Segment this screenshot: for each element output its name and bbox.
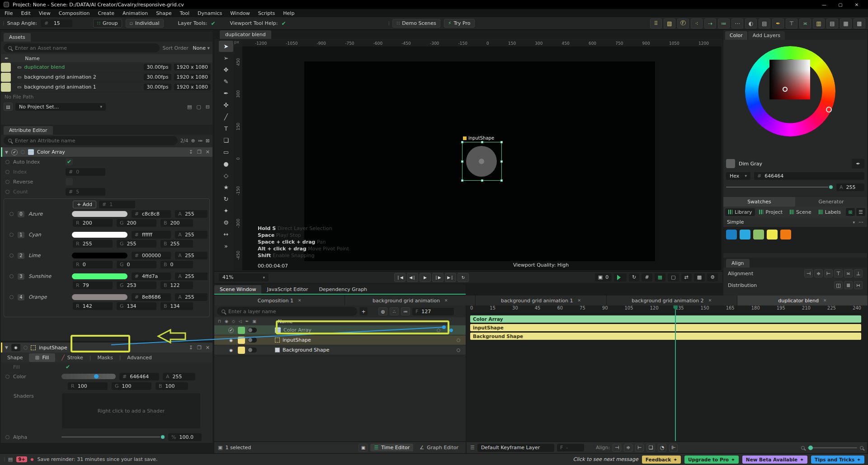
alpha-slider[interactable]	[726, 187, 833, 188]
blue-field[interactable]: B134	[160, 302, 193, 310]
dock-icon[interactable]: ▣	[359, 444, 368, 452]
alpha-field[interactable]: A255	[175, 210, 208, 218]
go-to-end-icon[interactable]: ▶❘	[445, 273, 456, 282]
camera-counter[interactable]: ▣ 0	[595, 273, 612, 282]
tl-align-left-icon[interactable]: ⊣	[613, 444, 621, 452]
camera-toggle[interactable]	[248, 328, 257, 333]
pen-tool[interactable]: ✒	[219, 88, 233, 99]
width-tool[interactable]: ↔	[219, 229, 233, 240]
transform-tool[interactable]: ❏	[219, 135, 233, 146]
asset-color-chip[interactable]	[1, 83, 11, 92]
fill-green-field[interactable]: G100	[112, 382, 151, 390]
color-name[interactable]: Cyan	[28, 232, 68, 238]
folder-icon[interactable]: ▤	[187, 104, 192, 110]
add-count-field[interactable]: #1	[99, 201, 135, 208]
layer-color-chip[interactable]	[238, 327, 245, 334]
distribute-grid-icon[interactable]: ∺	[854, 281, 863, 289]
columns-icon[interactable]: ▥	[813, 19, 825, 28]
color-swatch[interactable]	[72, 211, 127, 217]
labels-source[interactable]: Labels	[816, 208, 844, 216]
tab-add-layers[interactable]: Add Layers	[748, 31, 785, 40]
graph-editor-button[interactable]: ∠ Graph Editor	[416, 444, 462, 451]
tl-align-right-icon[interactable]: ⊢	[635, 444, 644, 452]
new-beta-available[interactable]: New Beta Available ✦	[742, 456, 807, 464]
tips-and-tricks[interactable]: Tips and Tricks ✦	[811, 456, 864, 464]
menu-item[interactable]: Scripts	[258, 10, 275, 16]
red-field[interactable]: R200	[73, 219, 113, 227]
audio-icon[interactable]: ◁	[239, 319, 242, 324]
layer-search-input[interactable]: Enter a layer name	[217, 307, 357, 316]
grid-snap-icon[interactable]: #	[642, 273, 652, 282]
grid-view-button[interactable]: ⊞	[846, 208, 855, 216]
tab-swatches[interactable]: Swatches	[723, 197, 795, 207]
viewport-canvas[interactable]: inputShape Hold S Direct Layer Selection…	[242, 47, 722, 270]
palette-swatch[interactable]	[740, 230, 750, 240]
tab-stroke[interactable]: ╱ Stroke	[55, 353, 90, 362]
asset-row[interactable]: ▭ duplicator blend 30.00fps 1920 x 1080	[1, 62, 212, 72]
color-array-header[interactable]: ▼ ✔ Color Array ↧ ❐ ✕	[1, 147, 212, 157]
checker-icon[interactable]: ▩	[694, 273, 705, 282]
alpha-field[interactable]: A255	[175, 231, 208, 239]
close-tab-icon[interactable]: ✕	[444, 298, 448, 303]
timeline-frame-field[interactable]: F-	[557, 444, 584, 451]
scatter-icon[interactable]: ⁖	[691, 19, 703, 28]
audio-button[interactable]	[614, 273, 627, 282]
add-layer-button[interactable]: +	[359, 307, 368, 315]
upgrade-to-pro[interactable]: Upgrade to Pro ✦	[684, 456, 739, 464]
color-name[interactable]: Orange	[28, 294, 68, 300]
tab-shape[interactable]: Shape	[1, 353, 29, 362]
refresh-icon[interactable]: ↻	[629, 273, 639, 282]
hex-field[interactable]: #ffffff	[132, 231, 171, 239]
editor-tab[interactable]: Scene Window	[214, 285, 261, 294]
alpha-field[interactable]: A255	[175, 252, 208, 259]
next-frame-icon[interactable]: ❘▶	[432, 273, 443, 282]
pan-tool[interactable]: ✥	[219, 64, 233, 75]
camera-toggle[interactable]	[248, 348, 257, 352]
color-name[interactable]: Azure	[28, 211, 68, 217]
palette-swatch[interactable]	[753, 230, 764, 240]
time-editor-button[interactable]: ☰ Time Editor	[370, 444, 413, 451]
align-middle-icon[interactable]: ≍	[799, 19, 811, 28]
cube-icon[interactable]: ◇	[232, 319, 235, 324]
play-icon[interactable]: ▶	[420, 273, 431, 282]
alpha-field[interactable]: A255	[175, 293, 208, 301]
menu-item[interactable]: File	[5, 10, 13, 16]
menu-item[interactable]: View	[39, 10, 51, 16]
camera-toggle[interactable]	[248, 338, 257, 343]
color-swatch[interactable]	[72, 253, 127, 258]
next-message-link[interactable]: Click to see next message	[573, 456, 638, 462]
color-swatch[interactable]	[72, 273, 127, 279]
prev-frame-icon[interactable]: ◀❘	[407, 273, 418, 282]
list-view-button[interactable]: ☰	[856, 208, 865, 216]
green-field[interactable]: G253	[117, 282, 156, 289]
layer-tools-checkbox[interactable]: ✔	[211, 20, 216, 27]
pin-icon[interactable]: ↧	[189, 149, 193, 155]
align-top-icon[interactable]: ⊤	[834, 269, 843, 277]
align-h-center-icon[interactable]: ≑	[814, 269, 823, 277]
add-color-button[interactable]: + Add	[73, 201, 96, 208]
keyframe-layer-select[interactable]: Default Keyframe Layer	[477, 444, 554, 452]
blue-field[interactable]: B122	[160, 282, 193, 289]
toolbar-grip[interactable]: ⁞	[3, 20, 4, 27]
zoom-attribute-icon[interactable]: ⊕	[191, 138, 195, 144]
color-swatch[interactable]	[72, 294, 127, 300]
alpha-value-field[interactable]: %100.0	[168, 433, 202, 441]
message-log-icon[interactable]: ▤	[8, 456, 13, 462]
rows-icon[interactable]: ▤	[826, 19, 838, 28]
popout-icon[interactable]: ❐	[197, 149, 202, 155]
individual-mode-button[interactable]: ▫ Individual	[126, 19, 164, 28]
blue-field[interactable]: B200	[160, 219, 193, 227]
pencil-tool[interactable]: ✎	[219, 76, 233, 87]
timeline-zoom-slider[interactable]	[807, 447, 857, 448]
eyedropper-button[interactable]: ✒	[852, 159, 864, 169]
eyedropper-icon[interactable]: ✒	[5, 56, 9, 61]
layer-stack-icon[interactable]: ≔	[198, 138, 203, 144]
direct-select-tool[interactable]: ➢	[219, 52, 233, 64]
rectangle-tool[interactable]: ▭	[219, 146, 233, 158]
clear-search-icon[interactable]: ⊠	[206, 138, 210, 144]
notification-badge[interactable]: 9+	[16, 456, 27, 462]
tl-trim-icon[interactable]: ⊩	[669, 444, 678, 452]
auto-index-checkbox[interactable]: ✔	[66, 158, 73, 165]
layer-color-chip[interactable]	[238, 347, 245, 354]
slider-handle[interactable]	[94, 374, 99, 379]
